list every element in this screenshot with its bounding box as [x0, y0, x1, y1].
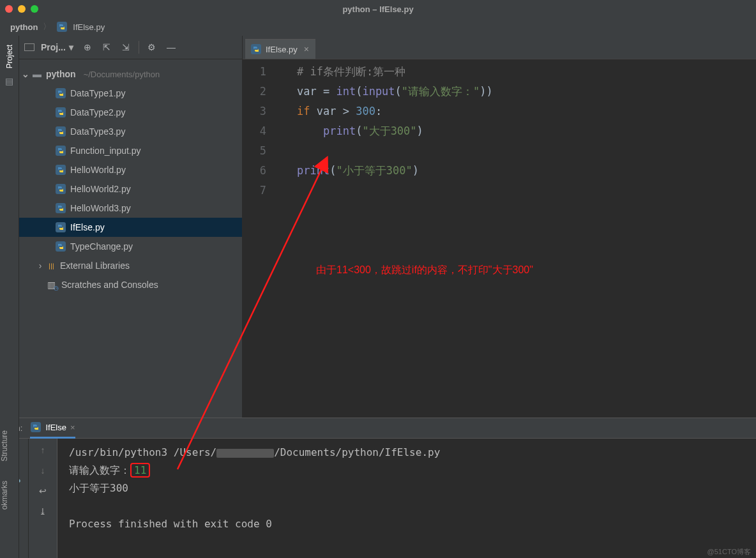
python-file-icon: [56, 21, 68, 33]
maximize-window-icon[interactable]: [31, 5, 38, 13]
line-number: 3: [243, 102, 266, 121]
root-path: ~/Documents/python: [84, 70, 160, 79]
tree-file-item[interactable]: IfElse.py: [19, 218, 242, 237]
breadcrumb-file[interactable]: IfElse.py: [73, 22, 105, 32]
code-token: "请输入数字：": [402, 85, 480, 98]
tree-file-item[interactable]: DataType3.py: [19, 122, 242, 141]
run-tab-label: IfElse: [45, 423, 66, 432]
project-panel-title[interactable]: Proj...: [41, 42, 66, 52]
code-token: "大于300": [362, 124, 416, 137]
up-arrow-icon[interactable]: ↑: [41, 445, 45, 455]
console-line: Process finished with exit code 0: [69, 515, 745, 533]
locate-icon[interactable]: ⊕: [81, 41, 94, 54]
code-token: int: [336, 85, 356, 98]
tab-label: IfElse.py: [266, 45, 298, 54]
chevron-right-icon: 〉: [43, 21, 51, 33]
line-number: 2: [243, 82, 266, 102]
console-output[interactable]: /usr/bin/python3 /Users//Documents/pytho…: [57, 439, 756, 558]
line-number: 1: [243, 62, 266, 82]
svg-rect-8: [56, 222, 66, 232]
chevron-right-icon[interactable]: ›: [37, 260, 43, 271]
scroll-to-end-icon[interactable]: ⤓: [39, 506, 47, 517]
window-title: python – IfElse.py: [342, 4, 413, 14]
close-icon[interactable]: ×: [70, 423, 75, 432]
code-indent: [297, 124, 323, 137]
code-token: >: [336, 105, 356, 117]
project-panel: Proj...▾ ⊕ ⇱ ⇲ ⚙ — ⌄ ▬ python ~/Document…: [19, 36, 243, 418]
watermark: @51CTO博客: [707, 547, 751, 557]
tree-file-item[interactable]: TypeChange.py: [19, 237, 242, 256]
file-name: TypeChange.py: [70, 241, 133, 252]
python-file-icon: [55, 241, 66, 252]
svg-rect-11: [31, 422, 41, 432]
bookmarks-tool-button[interactable]: okmarks: [0, 481, 9, 509]
tree-file-item[interactable]: HelloWorld.py: [19, 160, 242, 179]
svg-rect-2: [56, 107, 66, 117]
tree-file-item[interactable]: HelloWorld2.py: [19, 179, 242, 199]
project-view-icon: [24, 43, 34, 51]
external-libraries[interactable]: › ⫼ External Libraries: [19, 256, 242, 275]
project-tree[interactable]: ⌄ ▬ python ~/Documents/python DataType1.…: [19, 59, 242, 299]
line-gutter: 1234567: [243, 62, 278, 418]
code-token: (: [329, 164, 336, 177]
code-area[interactable]: 1234567 # if条件判断:第一种 var = int(input("请输…: [243, 59, 756, 418]
root-name: python: [46, 69, 76, 79]
editor-tabs: IfElse.py ×: [243, 36, 756, 59]
run-config-tab[interactable]: IfElse ×: [30, 418, 75, 439]
breadcrumb-project[interactable]: python: [10, 22, 38, 32]
tree-file-item[interactable]: Function_input.py: [19, 141, 242, 160]
svg-rect-9: [56, 241, 66, 252]
tree-root[interactable]: ⌄ ▬ python ~/Documents/python: [19, 64, 242, 84]
folder-icon: ▤: [5, 76, 13, 86]
code-token: (: [395, 85, 402, 98]
code-comment: # if条件判断:第一种: [297, 65, 405, 78]
console-line: 请输入数字：11: [69, 462, 745, 479]
tree-file-item[interactable]: HelloWorld3.py: [19, 199, 242, 218]
console-line: /usr/bin/python3 /Users//Documents/pytho…: [69, 444, 745, 462]
code-content[interactable]: # if条件判断:第一种 var = int(input("请输入数字：")) …: [278, 62, 756, 418]
line-number: 6: [243, 161, 266, 181]
soft-wrap-icon[interactable]: ↩: [39, 486, 47, 496]
highlighted-input: 11: [130, 463, 150, 478]
python-file-icon: [250, 43, 262, 55]
structure-label: Structure: [0, 430, 9, 462]
collapse-all-icon[interactable]: ⇲: [119, 41, 132, 54]
code-token: (: [356, 85, 362, 98]
close-window-icon[interactable]: [5, 5, 13, 13]
file-name: DataType2.py: [70, 107, 125, 117]
redacted-text: [216, 449, 274, 458]
python-file-icon: [55, 202, 66, 214]
titlebar: python – IfElse.py: [0, 0, 756, 18]
svg-rect-7: [56, 203, 66, 213]
minimize-window-icon[interactable]: [18, 5, 26, 13]
code-token: print: [323, 124, 356, 137]
tree-file-item[interactable]: DataType2.py: [19, 103, 242, 122]
hide-panel-icon[interactable]: —: [165, 41, 178, 54]
project-tool-button[interactable]: Project: [5, 45, 14, 68]
code-token: input: [362, 85, 395, 98]
close-tab-icon[interactable]: ×: [304, 44, 309, 54]
dropdown-icon[interactable]: ▾: [68, 42, 75, 52]
scratches[interactable]: ▥◷ Scratches and Consoles: [19, 275, 242, 294]
svg-rect-1: [56, 88, 66, 98]
chevron-down-icon[interactable]: ⌄: [22, 69, 28, 79]
run-toolbar-secondary: ↑ ↓ ↩ ⤓: [29, 439, 57, 558]
svg-rect-6: [56, 184, 66, 194]
structure-tool-button[interactable]: Structure: [0, 430, 9, 462]
down-arrow-icon[interactable]: ↓: [41, 465, 45, 476]
file-name: DataType3.py: [70, 126, 125, 137]
python-file-icon: [55, 107, 66, 118]
tree-file-item[interactable]: DataType1.py: [19, 84, 242, 103]
file-name: HelloWorld3.py: [70, 203, 131, 213]
gear-icon[interactable]: ⚙: [146, 41, 158, 54]
python-file-icon: [55, 145, 66, 156]
expand-all-icon[interactable]: ⇱: [100, 41, 113, 54]
code-token: var: [317, 105, 336, 117]
editor-tab[interactable]: IfElse.py ×: [245, 39, 315, 59]
python-file-icon: [30, 421, 42, 433]
code-token: var: [297, 85, 317, 98]
project-label: Project: [5, 45, 14, 68]
prompt-text: 请输入数字：: [69, 464, 130, 476]
code-token: (: [356, 124, 362, 137]
scratches-label: Scratches and Consoles: [61, 280, 158, 290]
